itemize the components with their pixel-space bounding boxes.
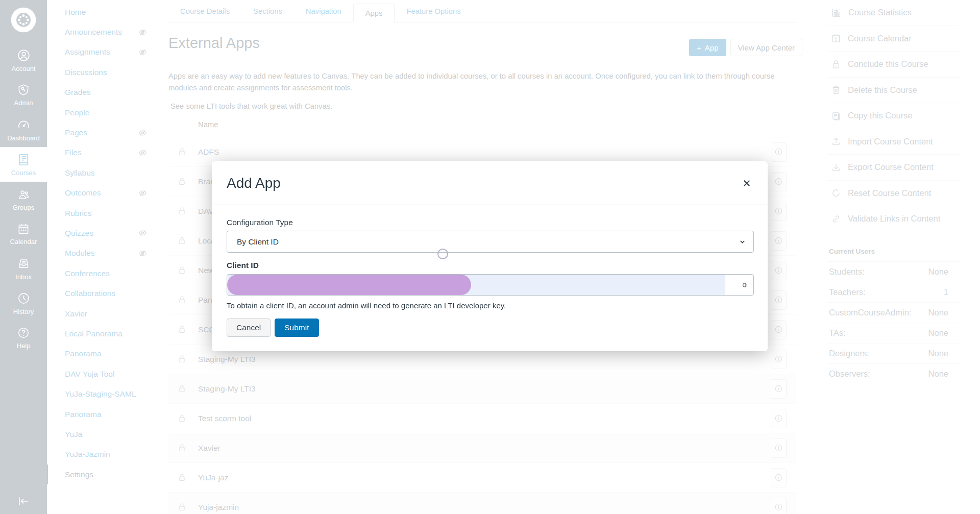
add-app-modal: Add App Configuration Type By Client ID … bbox=[212, 161, 768, 351]
client-id-label: Client ID bbox=[227, 261, 753, 270]
configuration-type-label: Configuration Type bbox=[227, 218, 753, 227]
submit-button[interactable]: Submit bbox=[275, 319, 318, 337]
modal-body: Configuration Type By Client ID Client I… bbox=[212, 205, 768, 337]
configuration-type-value: By Client ID bbox=[237, 237, 279, 247]
client-id-input[interactable] bbox=[227, 274, 754, 296]
modal-actions: Cancel Submit bbox=[227, 319, 753, 337]
close-icon[interactable] bbox=[742, 179, 751, 188]
selection-highlight bbox=[227, 275, 471, 295]
modal-header: Add App bbox=[212, 161, 768, 205]
cursor-ring bbox=[437, 249, 448, 259]
chevron-down-icon bbox=[739, 238, 746, 246]
cancel-button[interactable]: Cancel bbox=[227, 319, 271, 337]
configuration-type-select[interactable]: By Client ID bbox=[227, 231, 754, 253]
client-id-helper-text: To obtain a client ID, an account admin … bbox=[227, 301, 753, 310]
modal-title: Add App bbox=[227, 175, 281, 191]
plug-icon bbox=[741, 281, 748, 289]
